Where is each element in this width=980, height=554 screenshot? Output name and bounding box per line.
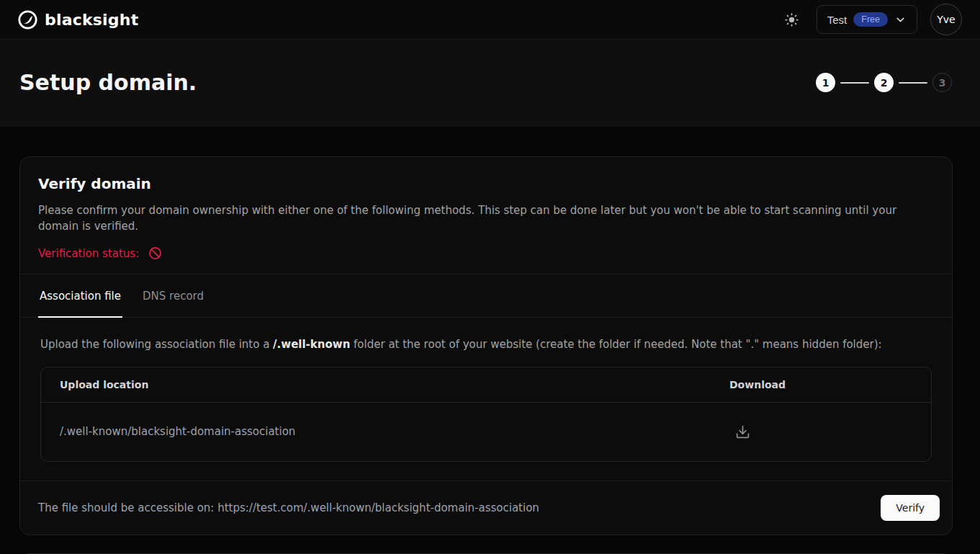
sun-icon [784,12,799,27]
step-1-label: 1 [822,77,830,89]
main-content: Verify domain Please confirm your domain… [0,126,980,554]
upload-location-cell: /.well-known/blacksight-domain-associati… [41,402,729,461]
ban-icon [148,246,162,260]
upload-instruction: Upload the following association file in… [40,336,932,352]
step-connector-2 [899,82,927,84]
verify-domain-card: Verify domain Please confirm your domain… [19,156,953,535]
instruction-path: /.well-known [273,338,350,351]
navbar-right: Test Free Yve [780,4,962,35]
verify-card-footer: The file should be accessible on: https:… [20,481,952,535]
step-2-label: 2 [881,77,888,89]
workspace-name: Test [827,14,848,26]
brand-name: blacksight [45,11,138,29]
page-title: Setup domain. [19,70,197,95]
instruction-prefix: Upload the following association file in… [40,338,273,351]
verification-method-tabs: Association file DNS record [20,274,952,318]
page-header: Setup domain. 1 2 3 [0,40,980,126]
theme-toggle-button[interactable] [780,8,804,32]
blacksight-logo-icon [18,10,37,30]
instruction-suffix: folder at the root of your website (crea… [350,338,881,351]
download-icon [735,424,750,439]
download-file-button[interactable] [735,424,750,439]
verification-status-row: Verification status: [38,246,934,260]
tab-association-file[interactable]: Association file [38,274,122,318]
verify-card-description: Please confirm your domain ownership wit… [38,202,934,234]
workspace-selector[interactable]: Test Free [817,5,917,34]
tab-dns-record[interactable]: DNS record [141,274,205,318]
accessible-url-note: The file should be accessible on: https:… [38,501,539,514]
plan-badge: Free [853,12,888,27]
top-navbar: blacksight Test Free [0,0,980,40]
table-header-row: Upload location Download [41,367,931,402]
column-download: Download [729,367,931,402]
step-connector-1 [840,82,869,84]
chevron-down-icon [894,14,907,26]
association-file-table: Upload location Download /.well-known/bl… [40,367,932,462]
step-3-label: 3 [939,77,946,89]
step-2: 2 [874,73,894,92]
association-file-panel: Upload the following association file in… [20,336,952,462]
user-avatar[interactable]: Yve [930,4,962,35]
download-cell [729,402,931,461]
setup-stepper: 1 2 3 [816,73,952,92]
table-row: /.well-known/blacksight-domain-associati… [41,402,931,461]
verification-status-label: Verification status: [38,247,139,260]
verify-card-header: Verify domain Please confirm your domain… [20,157,952,274]
step-1: 1 [816,73,835,92]
verify-button[interactable]: Verify [881,495,940,521]
avatar-initials: Yve [937,14,955,25]
column-upload-location: Upload location [41,367,729,402]
brand-logo[interactable]: blacksight [18,10,138,30]
step-3: 3 [932,73,952,92]
verify-card-title: Verify domain [38,175,934,192]
